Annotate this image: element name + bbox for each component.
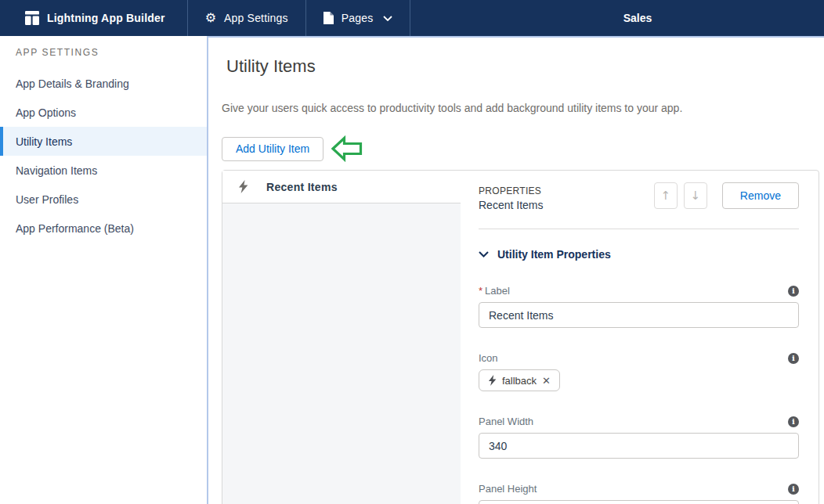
- utility-item-row-recent-items[interactable]: Recent Items: [222, 171, 461, 203]
- properties-selected-item: Recent Items: [479, 199, 543, 211]
- panel-width-field-label: Panel Width: [479, 416, 533, 427]
- sidebar-item-utility-items[interactable]: Utility Items: [0, 127, 207, 156]
- icon-field-group: Icon i fallback ✕: [479, 352, 799, 391]
- panel-height-field-label: Panel Height: [479, 483, 537, 495]
- properties-actions: ↑ ↓ Remove: [654, 182, 799, 209]
- info-icon[interactable]: i: [788, 416, 799, 427]
- add-utility-row: Add Utility Item: [222, 135, 824, 162]
- sidebar-nav: App Details & Branding App Options Utili…: [0, 69, 207, 243]
- sidebar-item-app-options[interactable]: App Options: [0, 98, 207, 127]
- icon-field-label: Icon: [479, 352, 498, 364]
- arrow-up-icon: ↑: [661, 189, 671, 203]
- add-utility-item-button[interactable]: Add Utility Item: [222, 137, 323, 161]
- move-up-button[interactable]: ↑: [654, 182, 678, 209]
- sidebar-item-app-details-branding[interactable]: App Details & Branding: [0, 69, 207, 98]
- required-marker: *: [479, 285, 482, 297]
- green-arrow-annotation-icon: [331, 135, 363, 162]
- utility-item-properties-section-toggle[interactable]: Utility Item Properties: [479, 248, 799, 261]
- sidebar-item-navigation-items[interactable]: Navigation Items: [0, 156, 207, 185]
- sidebar-item-user-profiles[interactable]: User Profiles: [0, 185, 207, 214]
- sidebar-item-app-performance[interactable]: App Performance (Beta): [0, 214, 207, 243]
- lightning-bolt-icon: [488, 375, 497, 386]
- lightning-bolt-icon: [238, 180, 248, 193]
- nav-app-settings[interactable]: ⚙ App Settings: [188, 0, 306, 36]
- info-icon[interactable]: i: [788, 484, 799, 495]
- nav-brand-label: Lightning App Builder: [47, 12, 165, 24]
- utility-items-panel: Recent Items PROPERTIES Recent Items ↑ ↓…: [222, 170, 819, 504]
- current-app-name: Sales: [623, 12, 652, 24]
- utility-item-row-label: Recent Items: [266, 181, 338, 193]
- app-builder-icon: [25, 11, 39, 25]
- main-content: Utility Items Give your users quick acce…: [208, 36, 824, 504]
- label-field-group: *Label i: [479, 285, 799, 328]
- panel-width-field-group: Panel Width i: [479, 416, 799, 459]
- properties-kicker: PROPERTIES: [479, 185, 543, 196]
- panel-height-field-group: Panel Height i: [479, 483, 799, 504]
- label-field-label: *Label: [479, 285, 510, 297]
- arrow-down-icon: ↓: [691, 189, 701, 203]
- remove-button[interactable]: Remove: [722, 182, 799, 209]
- label-input[interactable]: [479, 302, 799, 328]
- page-title: Utility Items: [222, 56, 824, 77]
- sidebar: APP SETTINGS App Details & Branding App …: [0, 36, 208, 504]
- chevron-down-icon: [479, 251, 489, 257]
- page-icon: [323, 12, 334, 24]
- properties-header: PROPERTIES Recent Items ↑ ↓ Remove: [479, 180, 799, 211]
- move-down-button[interactable]: ↓: [684, 182, 707, 209]
- close-icon[interactable]: ✕: [542, 376, 551, 386]
- nav-pages-dropdown[interactable]: Pages: [306, 0, 410, 36]
- properties-pane: PROPERTIES Recent Items ↑ ↓ Remove Utili…: [461, 171, 819, 504]
- section-title: Utility Item Properties: [497, 248, 611, 261]
- sidebar-heading: APP SETTINGS: [0, 47, 207, 58]
- properties-header-text: PROPERTIES Recent Items: [479, 180, 543, 211]
- panel-height-input[interactable]: [479, 500, 799, 504]
- icon-chip[interactable]: fallback ✕: [479, 369, 560, 391]
- nav-app-settings-label: App Settings: [224, 12, 288, 24]
- info-icon[interactable]: i: [788, 353, 799, 364]
- nav-brand[interactable]: Lightning App Builder: [0, 0, 188, 36]
- utility-item-list-body: [222, 203, 461, 504]
- chevron-down-icon: [383, 16, 392, 21]
- info-icon[interactable]: i: [788, 286, 799, 297]
- gear-icon: ⚙: [205, 12, 216, 24]
- utility-item-list: Recent Items: [222, 171, 461, 504]
- properties-divider: [479, 229, 799, 229]
- top-nav-bar: Lightning App Builder ⚙ App Settings Pag…: [0, 0, 824, 36]
- page-description: Give your users quick access to producti…: [222, 102, 824, 114]
- panel-width-input[interactable]: [479, 433, 799, 459]
- nav-pages-label: Pages: [342, 12, 374, 24]
- icon-chip-label: fallback: [502, 375, 537, 387]
